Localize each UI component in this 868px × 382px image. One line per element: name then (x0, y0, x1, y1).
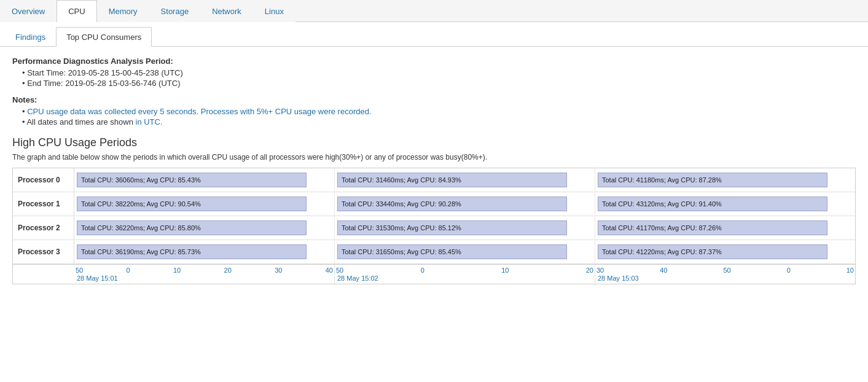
cpu-bar-1-1: Total CPU: 33440ms; Avg CPU: 90.28% (337, 197, 567, 211)
time-section-2-2: Total CPU: 41170ms; Avg CPU: 87.26% (595, 216, 855, 240)
second-tab-top-cpu-consumers[interactable]: Top CPU Consumers (56, 27, 152, 47)
cpu-bar-0-1: Total CPU: 31460ms; Avg CPU: 84.93% (337, 173, 567, 187)
time-section-3-2: Total CPU: 41220ms; Avg CPU: 87.37% (595, 240, 855, 263)
axis-tick-1-1: 0 (421, 267, 424, 274)
time-section-1-2: Total CPU: 43120ms; Avg CPU: 91.40% (595, 192, 855, 216)
axis-tick-0-1: 0 (127, 267, 130, 274)
axis-tick-2-2: 50 (723, 267, 730, 274)
proc-data-area-1: Total CPU: 38220ms; Avg CPU: 90.54%Total… (74, 192, 855, 216)
proc-data-area-3: Total CPU: 36190ms; Avg CPU: 85.73%Total… (74, 240, 855, 263)
axis-date-label-2: 28 May 15:03 (595, 275, 855, 282)
time-section-0-2: Total CPU: 41180ms; Avg CPU: 87.28% (595, 168, 855, 192)
processor-row-2: Processor 2Total CPU: 36220ms; Avg CPU: … (13, 216, 855, 240)
notes-section: Notes: CPU usage data was collected ever… (12, 95, 856, 127)
analysis-period: Performance Diagnostics Analysis Period:… (12, 57, 856, 88)
analysis-period-list: Start Time: 2019-05-28 15-00-45-238 (UTC… (12, 68, 856, 88)
notes-label: Notes: (12, 95, 856, 104)
utc-link[interactable]: in UTC. (136, 117, 163, 127)
axis-tick-0-0: 50 (76, 267, 83, 274)
axis-tick-0-2: 10 (173, 267, 181, 274)
high-cpu-heading: High CPU Usage Periods (12, 136, 856, 149)
analysis-period-label: Performance Diagnostics Analysis Period: (12, 57, 856, 66)
time-section-2-1: Total CPU: 31530ms; Avg CPU: 85.12% (335, 216, 595, 240)
note-1: CPU usage data was collected every 5 sec… (22, 107, 856, 116)
axis-tick-2-4: 10 (846, 267, 854, 274)
processor-row-3: Processor 3Total CPU: 36190ms; Avg CPU: … (13, 240, 855, 264)
proc-label-2: Processor 2 (13, 216, 74, 240)
cpu-bar-1-0: Total CPU: 38220ms; Avg CPU: 90.54% (77, 197, 307, 211)
proc-label-0: Processor 0 (13, 168, 74, 192)
time-section-1-0: Total CPU: 38220ms; Avg CPU: 90.54% (74, 192, 335, 216)
top-tab-cpu[interactable]: CPU (57, 0, 96, 22)
note-2: All dates and times are shown in UTC. (22, 117, 856, 127)
top-tab-bar: OverviewCPUMemoryStorageNetworkLinux (0, 0, 868, 22)
cpu-bar-3-0: Total CPU: 36190ms; Avg CPU: 85.73% (77, 244, 307, 259)
axis-tick-2-3: 0 (787, 267, 791, 274)
top-tab-linux[interactable]: Linux (253, 0, 295, 22)
time-section-3-1: Total CPU: 31650ms; Avg CPU: 85.45% (335, 240, 595, 263)
note-1-text: CPU usage data was collected every 5 sec… (27, 107, 371, 116)
time-section-0-0: Total CPU: 36060ms; Avg CPU: 85.43% (74, 168, 335, 192)
start-time: Start Time: 2019-05-28 15-00-45-238 (UTC… (22, 68, 856, 77)
second-tab-bar: FindingsTop CPU Consumers (0, 22, 868, 47)
axis-ticks-row-2: 304050010 (595, 267, 855, 274)
time-section-0-1: Total CPU: 31460ms; Avg CPU: 84.93% (335, 168, 595, 192)
axis-ticks-row-0: 50010203040 (74, 267, 334, 274)
top-tab-network[interactable]: Network (200, 0, 253, 22)
processor-row-0: Processor 0Total CPU: 36060ms; Avg CPU: … (13, 168, 855, 192)
proc-data-area-2: Total CPU: 36220ms; Avg CPU: 85.80%Total… (74, 216, 855, 240)
processor-row-1: Processor 1Total CPU: 38220ms; Avg CPU: … (13, 192, 855, 216)
top-tab-overview[interactable]: Overview (0, 0, 57, 22)
proc-data-area-0: Total CPU: 36060ms; Avg CPU: 85.43%Total… (74, 168, 855, 192)
top-tab-memory[interactable]: Memory (97, 0, 149, 22)
axis-section-0: 5001020304028 May 15:01 (74, 265, 335, 284)
axis-date-label-1: 28 May 15:02 (335, 275, 595, 282)
cpu-chart: Processor 0Total CPU: 36060ms; Avg CPU: … (12, 168, 856, 284)
axis-ticks-row-1: 5001020 (335, 267, 595, 274)
cpu-bar-1-2: Total CPU: 43120ms; Avg CPU: 91.40% (598, 197, 827, 211)
axis-section-2: 30405001028 May 15:03 (595, 265, 855, 284)
cpu-bar-2-2: Total CPU: 41170ms; Avg CPU: 87.26% (598, 220, 827, 235)
axis-container: 5001020304028 May 15:01500102028 May 15:… (13, 264, 855, 284)
cpu-bar-2-1: Total CPU: 31530ms; Avg CPU: 85.12% (337, 220, 567, 235)
cpu-bar-0-2: Total CPU: 41180ms; Avg CPU: 87.28% (598, 173, 827, 187)
second-tab-findings[interactable]: Findings (5, 27, 56, 47)
axis-tick-2-0: 30 (596, 267, 604, 274)
top-tab-storage[interactable]: Storage (149, 0, 201, 22)
axis-date-label-0: 28 May 15:01 (74, 275, 334, 282)
time-section-2-0: Total CPU: 36220ms; Avg CPU: 85.80% (74, 216, 335, 240)
axis-tick-1-2: 10 (501, 267, 509, 274)
axis-tick-0-4: 30 (275, 267, 282, 274)
cpu-bar-2-0: Total CPU: 36220ms; Avg CPU: 85.80% (77, 220, 307, 235)
proc-label-3: Processor 3 (13, 240, 74, 263)
axis-tick-1-3: 20 (586, 267, 593, 274)
cpu-bar-0-0: Total CPU: 36060ms; Avg CPU: 85.43% (77, 173, 307, 187)
time-section-1-1: Total CPU: 33440ms; Avg CPU: 90.28% (335, 192, 595, 216)
cpu-bar-3-2: Total CPU: 41220ms; Avg CPU: 87.37% (598, 244, 827, 259)
chart-body: Processor 0Total CPU: 36060ms; Avg CPU: … (13, 168, 855, 264)
end-time: End Time: 2019-05-28 15-03-56-746 (UTC) (22, 79, 856, 88)
axis-tick-0-5: 40 (326, 267, 333, 274)
proc-label-1: Processor 1 (13, 192, 74, 216)
cpu-bar-3-1: Total CPU: 31650ms; Avg CPU: 85.45% (337, 244, 567, 259)
axis-section-1: 500102028 May 15:02 (335, 265, 595, 284)
time-section-3-0: Total CPU: 36190ms; Avg CPU: 85.73% (74, 240, 335, 263)
graph-description: The graph and table below show the perio… (12, 153, 856, 162)
axis-tick-2-1: 40 (660, 267, 667, 274)
notes-list: CPU usage data was collected every 5 sec… (12, 107, 856, 127)
axis-tick-0-3: 20 (224, 267, 232, 274)
axis-tick-1-0: 50 (336, 267, 343, 274)
